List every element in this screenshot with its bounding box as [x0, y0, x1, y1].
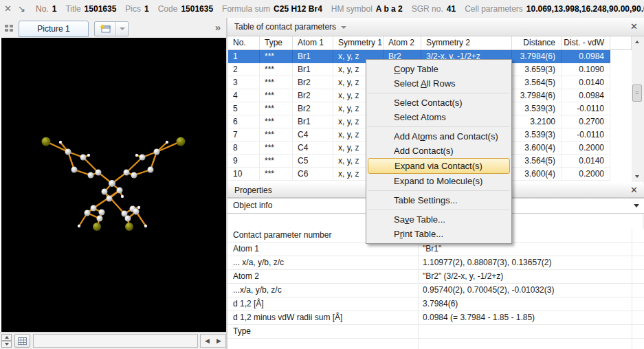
- column-header-atom-2[interactable]: Atom 2: [384, 36, 421, 49]
- cell: 0.2000: [562, 168, 610, 180]
- cell: 5: [228, 102, 260, 115]
- atom-C[interactable]: [154, 149, 160, 155]
- spin-up-button[interactable]: [1, 334, 12, 341]
- property-value: "Br1": [418, 243, 632, 256]
- property-label: ...x/a, y/b, z/c: [227, 284, 418, 297]
- property-row-d-1-2-minus-vdw-radii-sum[interactable]: d 1,2 minus vdW radii sum [Å]0.0984 (= 3…: [227, 311, 644, 325]
- properties-title: Properties: [234, 183, 272, 197]
- column-header-distance[interactable]: Distance: [512, 36, 562, 49]
- property-row-atom-1[interactable]: Atom 1"Br1": [227, 243, 644, 256]
- column-header-symmetry-1[interactable]: Symmetry 1: [333, 36, 384, 49]
- cell: 3.2100: [512, 115, 562, 128]
- panel-menu-indicator-icon[interactable]: [341, 26, 346, 29]
- atom-H[interactable]: [166, 141, 168, 144]
- menu-separator: [368, 126, 510, 127]
- menu-item-add-contact-s[interactable]: Add Contact(s): [366, 144, 511, 158]
- property-row-type[interactable]: Type: [227, 325, 644, 339]
- column-header-atom-1[interactable]: Atom 1: [293, 36, 333, 49]
- menu-item-add-atoms-and-contact-s[interactable]: Add Atoms and Contact(s): [366, 129, 511, 144]
- property-label: Atom 2: [227, 270, 418, 283]
- scroll-down-button[interactable]: [632, 171, 643, 182]
- atom-C[interactable]: [133, 209, 140, 215]
- cell: 6: [228, 115, 260, 128]
- menu-item-print-table[interactable]: Print Table...: [366, 227, 511, 241]
- atom-C[interactable]: [109, 180, 115, 187]
- menu-item-copy-table[interactable]: Copy Table: [366, 62, 511, 76]
- cell: 3.564(5): [512, 155, 562, 167]
- topbar-field-no: No.1: [36, 4, 56, 14]
- menu-separator: [368, 190, 510, 191]
- atom-C[interactable]: [71, 167, 78, 173]
- selector-dropdown-icon[interactable]: [634, 204, 639, 207]
- atom-Br[interactable]: [93, 223, 101, 231]
- atom-H[interactable]: [87, 154, 90, 157]
- bond: [126, 157, 142, 172]
- atom-C[interactable]: [88, 172, 94, 179]
- close-properties-icon[interactable]: ✕: [630, 183, 638, 197]
- menu-item-select-contact-s[interactable]: Select Contact(s): [366, 95, 511, 110]
- overflow-chevron-icon[interactable]: »: [215, 21, 221, 33]
- atom-H[interactable]: [137, 206, 140, 209]
- table-view-button[interactable]: [14, 334, 30, 348]
- new-picture-button[interactable]: [94, 21, 129, 36]
- cell: 3: [228, 76, 260, 89]
- atom-Br[interactable]: [42, 137, 51, 146]
- property-row-atom-2[interactable]: Atom 2"Br2" (3/2-x, y, -1/2+z): [227, 270, 644, 284]
- spin-down-button[interactable]: [1, 341, 12, 348]
- thumbnails-grid-icon[interactable]: [5, 24, 14, 35]
- atom-C[interactable]: [117, 188, 123, 194]
- close-contact-table-icon[interactable]: ✕: [630, 18, 638, 36]
- dock-arrow-icon[interactable]: ↘: [18, 3, 25, 15]
- atom-C[interactable]: [148, 167, 154, 173]
- atom-C[interactable]: [102, 189, 108, 195]
- atom-H[interactable]: [78, 225, 80, 227]
- property-row-empty[interactable]: [227, 339, 644, 349]
- new-picture-dropdown[interactable]: [116, 22, 128, 36]
- atom-C[interactable]: [107, 196, 113, 202]
- column-header-type[interactable]: Type: [260, 36, 293, 49]
- cell: 3.7984(6): [512, 89, 562, 102]
- structure-canvas[interactable]: [1, 38, 226, 332]
- tab-picture-1[interactable]: Picture 1: [19, 21, 89, 37]
- atom-C[interactable]: [80, 155, 87, 161]
- atom-H[interactable]: [135, 154, 138, 157]
- atom-C[interactable]: [125, 216, 131, 222]
- next-picture-arrow[interactable]: ▶: [216, 338, 221, 344]
- atom-C[interactable]: [65, 149, 71, 155]
- prev-picture-arrow[interactable]: ◀: [205, 338, 210, 344]
- tab-label: Picture 1: [37, 24, 69, 34]
- atom-C[interactable]: [97, 216, 103, 222]
- atom-H[interactable]: [144, 225, 147, 227]
- atom-C[interactable]: [96, 170, 102, 176]
- table-scrollbar[interactable]: ≡: [632, 36, 643, 182]
- atom-C[interactable]: [131, 172, 137, 179]
- column-header-no[interactable]: No.: [228, 36, 260, 49]
- menu-item-expand-via-contact-s[interactable]: Expand via Contact(s): [368, 158, 510, 174]
- menu-item-expand-to-molecule-s[interactable]: Expand to Molecule(s): [366, 174, 511, 188]
- atom-Br[interactable]: [125, 223, 133, 231]
- structure-info-bar: ✕ ↘ No.1Title1501635Pics1Code1501635Form…: [0, 0, 644, 19]
- atom-Br[interactable]: [177, 137, 186, 146]
- atom-H[interactable]: [121, 195, 124, 198]
- property-row-x-a-y-b-z-c[interactable]: ...x/a, y/b, z/c0.95740(2), 0.70045(2), …: [227, 284, 644, 297]
- atom-C[interactable]: [91, 205, 97, 212]
- menu-item-select-atoms[interactable]: Select Atoms: [366, 110, 511, 124]
- close-icon[interactable]: ✕: [4, 3, 12, 15]
- property-row-d-1-2[interactable]: d 1,2 [Å]3.7984(6): [227, 297, 644, 311]
- menu-item-select-all-rows[interactable]: Select All Rows: [366, 76, 511, 91]
- column-header-symmetry-2[interactable]: Symmetry 2: [421, 36, 512, 49]
- property-value: 0.0984 (= 3.7984 - 1.85 - 1.85): [418, 311, 632, 324]
- atom-C[interactable]: [99, 210, 105, 216]
- atom-H[interactable]: [59, 141, 62, 144]
- menu-item-table-settings[interactable]: Table Settings...: [366, 193, 511, 207]
- scrollbar-thumb[interactable]: ≡: [632, 85, 642, 102]
- menu-item-save-table[interactable]: Save Table...: [366, 212, 511, 227]
- atom-C[interactable]: [124, 170, 130, 176]
- atom-C[interactable]: [85, 210, 91, 216]
- atom-C[interactable]: [140, 155, 146, 161]
- property-row-x-a-y-b-z-c[interactable]: ... x/a, y/b, z/c1.10977(2), 0.88087(3),…: [227, 256, 644, 270]
- scroll-up-button[interactable]: [632, 36, 643, 47]
- cell: 0.2000: [562, 142, 610, 154]
- topbar-field-hm-symbol: HM symbolA b a 2: [331, 4, 403, 14]
- column-header-dist-vdw[interactable]: Dist. - vdW: [562, 36, 610, 49]
